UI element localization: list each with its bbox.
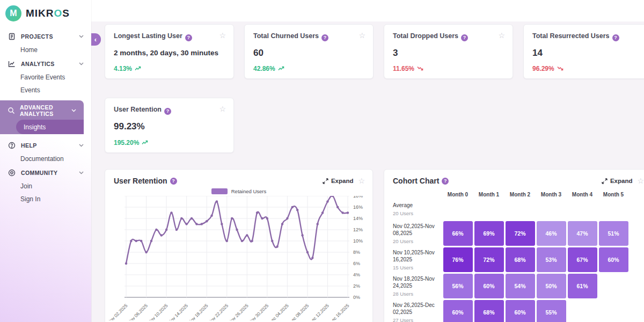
help-icon[interactable] [185,34,192,41]
cohort-cell: 68% [506,247,535,272]
card-title: Longest Lasting User [114,32,192,41]
sidebar-section-help[interactable]: HELP [0,138,91,152]
cohort-row: Nov 18,2025-Nov 24,202528 Users56%60%54%… [393,273,644,299]
cohort-row-dates: Average [393,202,440,209]
card-change-text: 42.86% [253,65,275,72]
chevron-down-icon [79,35,84,38]
stat-card-total-churned-users: Total Churned Users 60 42.86% [244,24,374,79]
card-value: 2 months, 20 days, 30 minutes [114,49,226,57]
sidebar: M MIKROS PROJECTS Home ANALYTICS Favorit… [0,0,91,322]
sidebar-collapse-button[interactable] [91,33,101,46]
sidebar-item-home[interactable]: Home [0,43,91,56]
card-change-text: 4.13% [114,65,132,72]
sidebar-section-analytics[interactable]: ANALYTICS [0,56,91,71]
favorite-star-icon[interactable] [358,32,365,39]
svg-text:Nov 14,2025: Nov 14,2025 [167,303,189,320]
sidebar-item-join[interactable]: Join [0,180,91,193]
svg-text:Nov 10,2025: Nov 10,2025 [147,303,169,320]
sidebar-item-events[interactable]: Events [0,84,91,97]
trend-down-icon [417,66,424,71]
svg-text:10%: 10% [353,238,363,244]
sidebar-section-label: COMMUNITY [21,170,57,176]
cohort-cell: 47% [568,221,597,246]
sidebar-item-favorite-events[interactable]: Favorite Events [0,71,91,84]
svg-text:18%: 18% [353,196,363,199]
cohort-cell: 46% [537,221,566,246]
cohort-row-users: 28 Users [393,291,440,297]
expand-label: Expand [331,178,354,184]
favorite-star-icon[interactable] [637,177,644,185]
brand: M MIKROS [0,0,91,24]
cohort-column-header: Month 4 [568,192,597,197]
svg-text:Nov 22,2025: Nov 22,2025 [207,303,229,320]
legend-swatch [211,188,228,194]
svg-text:0%: 0% [353,295,360,300]
sidebar-section-advanced-analytics[interactable]: ADVANCED ANALYTICS [0,103,84,118]
cohort-row-label: Nov 10,2025-Nov 16,202515 Users [393,249,442,270]
help-icon[interactable] [170,178,177,185]
sidebar-item-documentation[interactable]: Documentation [0,152,91,165]
card-title-text: User Retention [114,106,162,113]
help-icon[interactable] [442,178,449,185]
card-change: 42.86% [253,65,365,72]
cohort-column-header: Month 1 [474,192,504,197]
brand-logo-icon: M [5,5,21,21]
cohort-row-label: Average20 Users [393,202,442,216]
cohort-column-header: Month 5 [599,192,628,197]
cohort-column-header: Month 2 [506,192,535,197]
favorite-star-icon[interactable] [358,177,365,185]
help-icon[interactable] [164,108,171,115]
help-icon[interactable] [612,34,619,41]
sidebar-item-sign-in[interactable]: Sign In [0,193,91,206]
cohort-cell: 72% [506,221,535,246]
projects-icon [8,32,16,41]
trend-up-icon [278,66,285,71]
svg-text:8%: 8% [353,250,360,255]
cohort-cell: 53% [537,247,566,272]
chart-legend: Retained Users [105,188,372,195]
favorite-star-icon[interactable] [219,105,226,113]
svg-text:Nov 02,2025: Nov 02,2025 [106,303,128,320]
expand-button[interactable]: Expand [323,178,354,184]
expand-icon [602,178,608,184]
expand-button[interactable]: Expand [602,178,633,184]
svg-text:Dec 08,2025: Dec 08,2025 [288,303,310,320]
cohort-row-users: 15 Users [393,265,440,270]
cohort-row: Nov 10,2025-Nov 16,202515 Users76%72%68%… [393,246,644,273]
card-title-text: Total Dropped Users [393,32,458,40]
sidebar-item-insights[interactable]: Insights [16,120,84,134]
brand-part2: S [62,8,70,19]
panel-title: Cohort Chart [393,177,439,185]
cohort-cell: 55% [537,300,566,322]
expand-label: Expand [610,178,633,184]
svg-text:6%: 6% [353,261,360,266]
sidebar-section-label: HELP [21,142,37,149]
chevron-down-icon [79,62,84,65]
brand-accent: O [54,8,63,19]
sidebar-section-label: ANALYTICS [21,61,55,67]
favorite-star-icon[interactable] [498,32,505,39]
card-title: User Retention [114,105,171,115]
cohort-column-headers: Month 0Month 1Month 2Month 3Month 4Month… [384,185,644,197]
cohort-cell: 69% [474,221,504,246]
cohort-row-users: 20 Users [393,238,440,244]
cohort-cell: 60% [474,274,504,298]
cohort-cell: 56% [443,274,473,298]
stat-card-longest-lasting-user: Longest Lasting User 2 months, 20 days, … [105,24,234,79]
community-icon [8,169,16,177]
chevron-down-icon [79,144,84,147]
expand-icon [323,178,328,184]
cohort-cell: 50% [537,274,566,298]
trend-up-icon [135,66,142,71]
sidebar-section-projects[interactable]: PROJECTS [0,29,91,43]
cohort-row-users: 27 Users [393,317,440,322]
cohort-row-label: Nov 18,2025-Nov 24,202528 Users [393,275,442,297]
cohort-column-header: Month 3 [537,192,566,197]
sidebar-section-community[interactable]: COMMUNITY [0,165,91,180]
help-icon[interactable] [461,34,468,41]
svg-text:14%: 14% [353,216,363,221]
favorite-star-icon[interactable] [219,32,226,39]
help-icon[interactable] [321,34,328,41]
svg-text:Nov 18,2025: Nov 18,2025 [187,303,209,320]
stat-cards-row-2: User Retention 99.23% 195.20% [105,98,234,153]
